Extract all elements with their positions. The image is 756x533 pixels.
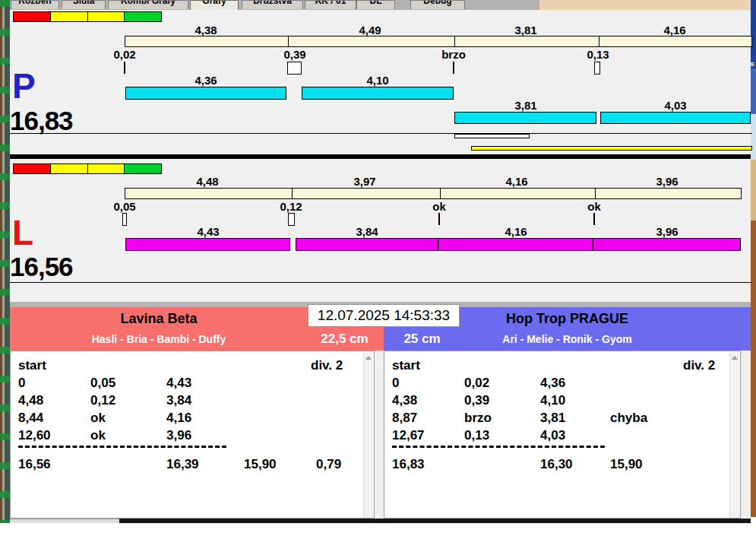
run-time-label: 4,36 [174,74,238,87]
window-bottom-border [119,519,751,523]
loss-label: ok [407,200,471,213]
loss-label: 0,13 [566,48,630,61]
loss-indicator-box [287,62,302,75]
legend-red-swatch [13,11,51,22]
run-time-label: 4,16 [484,225,548,238]
tab-rozbeh[interactable]: Rozbeh [11,0,59,9]
team-right-results-panel: start div. 2 0 0,02 4,36 4,38 0,39 4,10 … [384,351,741,519]
result-cell: 0,05 [90,376,115,391]
scroll-up-icon[interactable] [365,356,372,360]
totals-separator [392,446,605,448]
team-left-jump-height: 22,5 cm [308,332,381,347]
loss-tick [438,213,440,225]
run-bar [454,112,596,124]
result-cell: 4,03 [540,428,565,443]
lane-p-total-time: 16,83 [10,107,73,134]
desktop-background [539,0,751,10]
split-bar-divider [288,36,289,46]
run-bar [296,238,438,251]
team-left-dogs: Hasli - Bria - Bambi - Duffy [10,333,308,345]
split-time-label: 4,38 [174,24,238,36]
loss-label: ok [562,200,626,213]
legend-yellow-swatch [50,163,88,174]
run-time-label: 4,03 [644,99,707,112]
result-cell: 0 [18,376,25,391]
tab-dl[interactable]: DL [356,0,395,9]
total-cell: 16,56 [18,457,51,472]
result-cell: 3,81 [540,411,565,426]
tab-kk-01[interactable]: KK / 01 [305,0,356,9]
split-time-label: 3,81 [494,24,558,36]
result-cell: 4,16 [166,411,191,426]
run-bar [438,238,593,251]
tab-druzstva[interactable]: Druzstva [242,0,303,9]
result-cell: 0,12 [90,393,115,408]
loss-label: 0,05 [93,200,157,213]
result-cell: 8,44 [18,411,43,426]
result-cell: 0 [392,376,399,391]
division-label: div. 2 [311,358,343,373]
split-time-label: 4,16 [643,24,707,36]
desktop-bottom-strip [0,523,756,533]
loss-tick [593,213,595,225]
split-bar-divider [454,36,455,46]
result-cell: 0,02 [464,376,489,391]
run-time-label: 3,96 [635,225,699,238]
result-cell: ok [90,428,106,443]
scroll-up-icon[interactable] [732,356,738,360]
result-cell: 0,39 [464,393,489,408]
scrollbar[interactable] [363,352,373,518]
progress-bar-yellow [471,146,752,151]
loss-indicator-box [122,213,127,226]
lane-l-total-time: 16,56 [10,253,73,280]
result-cell: 3,96 [166,428,191,443]
split-bar [125,36,752,47]
run-time-label: 3,84 [335,225,399,238]
lane-p-letter: P [12,68,36,103]
lane-p-legend [13,11,162,22]
lane-l-legend [13,163,162,174]
lane-l-letter: L [12,215,33,250]
start-label: start [392,358,420,373]
tab-kombi-grafy[interactable]: Kombi Grafy [108,0,188,9]
loss-indicator-box [594,62,600,75]
tab-sidla[interactable]: Sidla [62,0,106,9]
result-cell: 4,48 [18,393,43,408]
baseline [10,282,752,283]
run-bar [593,238,741,251]
result-cell: ok [90,411,106,426]
desktop-right-strip [751,0,756,523]
legend-green-swatch [124,163,162,174]
result-cell: 4,38 [392,393,417,408]
result-cell: 3,84 [166,393,191,408]
result-cell: 12,67 [392,428,425,443]
total-cell: 16,83 [392,457,425,472]
total-cell: 15,90 [244,457,277,472]
split-bar [125,188,742,199]
start-label: start [18,358,46,373]
team-left-results-panel: start div. 2 0 0,05 4,43 4,48 0,12 3,84 … [10,351,375,519]
run-bar [302,87,454,100]
total-cell: 15,90 [610,457,643,472]
total-cell: 16,39 [166,457,199,472]
split-bar-divider [292,189,293,198]
totals-separator [18,446,226,448]
tab-bar: Rozbeh Sidla Kombi Grafy Grafy Druzstva … [10,0,539,10]
legend-red-swatch [13,163,51,174]
run-time-label: 3,81 [494,99,558,112]
result-cell: 4,43 [166,376,191,391]
scrollbar[interactable] [729,352,739,518]
loss-label: brzo [422,48,486,61]
tab-debug[interactable]: Debug [410,0,465,9]
team-right-jump-height: 25 cm [386,332,458,347]
run-bar [125,238,290,251]
tab-grafy[interactable]: Grafy [190,0,239,10]
legend-yellow-swatch [87,11,125,22]
result-cell: 12,60 [18,428,51,443]
split-time-label: 3,96 [635,175,699,188]
team-left-name: Lavina Beta [10,311,308,327]
loss-tick [124,62,125,74]
baseline [10,133,752,134]
loss-label: 0,39 [263,48,327,61]
desktop-left-strip [0,0,10,523]
